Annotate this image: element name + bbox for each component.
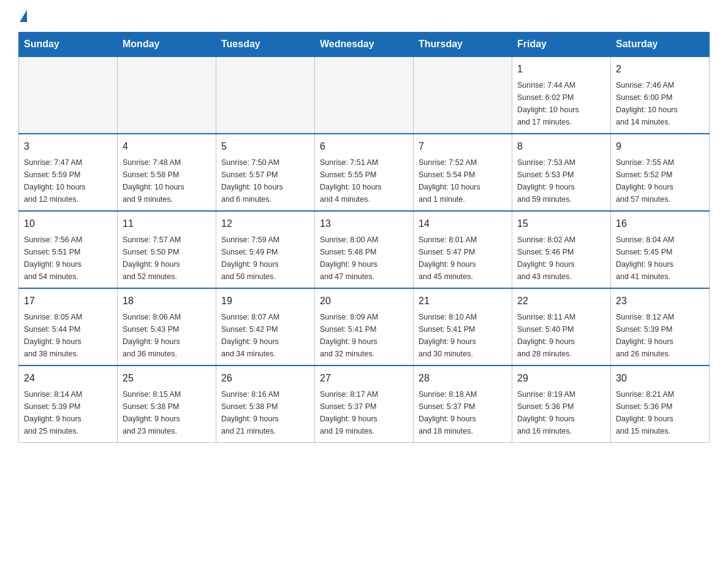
calendar-cell: 17Sunrise: 8:05 AMSunset: 5:44 PMDayligh… — [19, 288, 118, 366]
calendar-cell: 22Sunrise: 8:11 AMSunset: 5:40 PMDayligh… — [512, 288, 611, 366]
calendar-cell: 3Sunrise: 7:47 AMSunset: 5:59 PMDaylight… — [19, 134, 118, 211]
day-number: 29 — [517, 371, 605, 386]
column-header-saturday: Saturday — [611, 33, 710, 57]
calendar-cell: 10Sunrise: 7:56 AMSunset: 5:51 PMDayligh… — [19, 211, 118, 288]
calendar-cell: 18Sunrise: 8:06 AMSunset: 5:43 PMDayligh… — [118, 288, 216, 366]
day-info: Sunrise: 8:10 AMSunset: 5:41 PMDaylight:… — [419, 311, 507, 360]
day-info: Sunrise: 7:51 AMSunset: 5:55 PMDaylight:… — [320, 156, 408, 205]
day-info: Sunrise: 8:11 AMSunset: 5:40 PMDaylight:… — [517, 311, 605, 360]
day-info: Sunrise: 8:21 AMSunset: 5:36 PMDaylight:… — [616, 388, 704, 437]
day-number: 13 — [320, 216, 408, 231]
calendar-cell: 8Sunrise: 7:53 AMSunset: 5:53 PMDaylight… — [512, 134, 611, 211]
day-info: Sunrise: 8:04 AMSunset: 5:45 PMDaylight:… — [616, 234, 704, 283]
calendar-cell: 4Sunrise: 7:48 AMSunset: 5:58 PMDaylight… — [118, 134, 216, 211]
calendar-cell: 2Sunrise: 7:46 AMSunset: 6:00 PMDaylight… — [611, 56, 710, 134]
calendar-cell: 14Sunrise: 8:01 AMSunset: 5:47 PMDayligh… — [414, 211, 512, 288]
day-info: Sunrise: 7:46 AMSunset: 6:00 PMDaylight:… — [616, 79, 704, 128]
calendar-cell: 20Sunrise: 8:09 AMSunset: 5:41 PMDayligh… — [315, 288, 414, 366]
day-info: Sunrise: 7:53 AMSunset: 5:53 PMDaylight:… — [517, 156, 605, 205]
calendar-cell: 23Sunrise: 8:12 AMSunset: 5:39 PMDayligh… — [611, 288, 710, 366]
calendar-cell: 30Sunrise: 8:21 AMSunset: 5:36 PMDayligh… — [611, 366, 710, 443]
column-header-monday: Monday — [118, 33, 216, 57]
calendar-cell — [216, 56, 315, 134]
day-number: 8 — [517, 139, 605, 154]
day-info: Sunrise: 8:17 AMSunset: 5:37 PMDaylight:… — [320, 388, 408, 437]
day-number: 5 — [221, 139, 309, 154]
day-number: 3 — [24, 139, 112, 154]
calendar-cell — [19, 56, 118, 134]
day-info: Sunrise: 7:48 AMSunset: 5:58 PMDaylight:… — [123, 156, 211, 205]
day-info: Sunrise: 7:56 AMSunset: 5:51 PMDaylight:… — [24, 234, 112, 283]
day-info: Sunrise: 8:02 AMSunset: 5:46 PMDaylight:… — [517, 234, 605, 283]
day-number: 18 — [123, 294, 211, 308]
calendar-cell: 27Sunrise: 8:17 AMSunset: 5:37 PMDayligh… — [315, 366, 414, 443]
calendar-cell: 28Sunrise: 8:18 AMSunset: 5:37 PMDayligh… — [414, 366, 512, 443]
day-info: Sunrise: 7:59 AMSunset: 5:49 PMDaylight:… — [221, 234, 309, 283]
calendar-cell: 1Sunrise: 7:44 AMSunset: 6:02 PMDaylight… — [512, 56, 611, 134]
day-number: 7 — [419, 139, 507, 154]
day-info: Sunrise: 8:05 AMSunset: 5:44 PMDaylight:… — [24, 311, 112, 360]
day-number: 30 — [616, 371, 704, 386]
day-number: 15 — [517, 216, 605, 231]
day-info: Sunrise: 8:07 AMSunset: 5:42 PMDaylight:… — [221, 311, 309, 360]
calendar-cell: 6Sunrise: 7:51 AMSunset: 5:55 PMDaylight… — [315, 134, 414, 211]
calendar-cell: 11Sunrise: 7:57 AMSunset: 5:50 PMDayligh… — [118, 211, 216, 288]
column-header-tuesday: Tuesday — [216, 33, 315, 57]
day-number: 16 — [616, 216, 704, 231]
column-header-friday: Friday — [512, 33, 611, 57]
calendar-cell — [315, 56, 414, 134]
calendar-cell: 9Sunrise: 7:55 AMSunset: 5:52 PMDaylight… — [611, 134, 710, 211]
day-number: 26 — [221, 371, 309, 386]
day-number: 11 — [123, 216, 211, 231]
calendar-cell: 21Sunrise: 8:10 AMSunset: 5:41 PMDayligh… — [414, 288, 512, 366]
day-info: Sunrise: 8:19 AMSunset: 5:36 PMDaylight:… — [517, 388, 605, 437]
day-number: 27 — [320, 371, 408, 386]
calendar-cell: 15Sunrise: 8:02 AMSunset: 5:46 PMDayligh… — [512, 211, 611, 288]
day-number: 20 — [320, 294, 408, 308]
day-number: 4 — [123, 139, 211, 154]
day-info: Sunrise: 7:44 AMSunset: 6:02 PMDaylight:… — [517, 79, 605, 128]
calendar-cell: 19Sunrise: 8:07 AMSunset: 5:42 PMDayligh… — [216, 288, 315, 366]
day-info: Sunrise: 8:09 AMSunset: 5:41 PMDaylight:… — [320, 311, 408, 360]
calendar-cell — [118, 56, 216, 134]
calendar-cell: 25Sunrise: 8:15 AMSunset: 5:38 PMDayligh… — [118, 366, 216, 443]
calendar-cell: 29Sunrise: 8:19 AMSunset: 5:36 PMDayligh… — [512, 366, 611, 443]
day-number: 28 — [419, 371, 507, 386]
calendar-cell: 13Sunrise: 8:00 AMSunset: 5:48 PMDayligh… — [315, 211, 414, 288]
day-number: 21 — [419, 294, 507, 308]
day-info: Sunrise: 8:00 AMSunset: 5:48 PMDaylight:… — [320, 234, 408, 283]
logo-triangle-icon — [20, 10, 27, 22]
logo — [18, 12, 28, 20]
day-info: Sunrise: 8:06 AMSunset: 5:43 PMDaylight:… — [123, 311, 211, 360]
day-info: Sunrise: 8:12 AMSunset: 5:39 PMDaylight:… — [616, 311, 704, 360]
day-number: 23 — [616, 294, 704, 308]
day-number: 6 — [320, 139, 408, 154]
calendar-cell: 5Sunrise: 7:50 AMSunset: 5:57 PMDaylight… — [216, 134, 315, 211]
day-number: 25 — [123, 371, 211, 386]
calendar-cell — [414, 56, 512, 134]
day-number: 9 — [616, 139, 704, 154]
column-header-sunday: Sunday — [19, 33, 118, 57]
day-info: Sunrise: 7:52 AMSunset: 5:54 PMDaylight:… — [419, 156, 507, 205]
calendar-cell: 26Sunrise: 8:16 AMSunset: 5:38 PMDayligh… — [216, 366, 315, 443]
day-number: 14 — [419, 216, 507, 231]
page-header — [18, 12, 710, 20]
day-info: Sunrise: 8:16 AMSunset: 5:38 PMDaylight:… — [221, 388, 309, 437]
column-header-wednesday: Wednesday — [315, 33, 414, 57]
calendar-cell: 7Sunrise: 7:52 AMSunset: 5:54 PMDaylight… — [414, 134, 512, 211]
calendar-table: SundayMondayTuesdayWednesdayThursdayFrid… — [18, 32, 710, 443]
day-info: Sunrise: 7:55 AMSunset: 5:52 PMDaylight:… — [616, 156, 704, 205]
day-number: 22 — [517, 294, 605, 308]
day-number: 10 — [24, 216, 112, 231]
day-info: Sunrise: 8:01 AMSunset: 5:47 PMDaylight:… — [419, 234, 507, 283]
day-number: 12 — [221, 216, 309, 231]
calendar-cell: 24Sunrise: 8:14 AMSunset: 5:39 PMDayligh… — [19, 366, 118, 443]
day-info: Sunrise: 8:15 AMSunset: 5:38 PMDaylight:… — [123, 388, 211, 437]
calendar-cell: 16Sunrise: 8:04 AMSunset: 5:45 PMDayligh… — [611, 211, 710, 288]
day-info: Sunrise: 8:14 AMSunset: 5:39 PMDaylight:… — [24, 388, 112, 437]
column-header-thursday: Thursday — [414, 33, 512, 57]
day-info: Sunrise: 7:50 AMSunset: 5:57 PMDaylight:… — [221, 156, 309, 205]
day-info: Sunrise: 7:47 AMSunset: 5:59 PMDaylight:… — [24, 156, 112, 205]
day-number: 17 — [24, 294, 112, 308]
day-number: 1 — [517, 62, 605, 77]
